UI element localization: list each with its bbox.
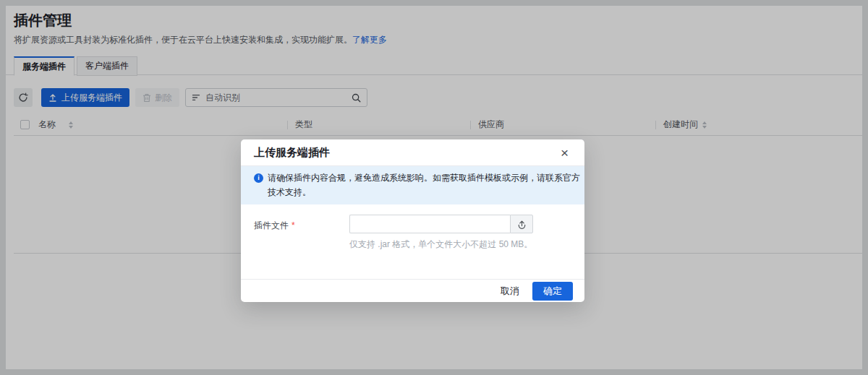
file-input-group: [349, 215, 533, 233]
info-icon: i: [254, 173, 263, 183]
upload-arrow-icon: [516, 219, 527, 230]
info-alert-text: 请确保插件内容合规，避免造成系统影响。如需获取插件模板或示例，请联系官方技术支持…: [268, 171, 584, 199]
confirm-button[interactable]: 确定: [532, 282, 573, 301]
info-alert: i 请确保插件内容合规，避免造成系统影响。如需获取插件模板或示例，请联系官方技术…: [241, 166, 584, 204]
plugin-file-field: 仅支持 .jar 格式，单个文件大小不超过 50 MB。: [349, 215, 571, 279]
upload-file-button[interactable]: [510, 215, 533, 233]
dialog-footer: 取消 确定: [241, 279, 584, 302]
dialog-title: 上传服务端插件: [254, 146, 330, 160]
close-icon[interactable]: ×: [561, 146, 569, 160]
plugin-file-input[interactable]: [349, 215, 510, 233]
cancel-button[interactable]: 取消: [501, 285, 519, 298]
upload-server-plugin-dialog: 上传服务端插件 × i 请确保插件内容合规，避免造成系统影响。如需获取插件模板或…: [241, 139, 584, 302]
plugin-file-label: 插件文件*: [254, 215, 349, 279]
dialog-body: 插件文件* 仅支持 .jar 格式，单个文件大小不超过 50 MB。: [241, 204, 584, 279]
dialog-header: 上传服务端插件 ×: [241, 139, 584, 166]
required-mark: *: [292, 220, 295, 230]
file-helper-text: 仅支持 .jar 格式，单个文件大小不超过 50 MB。: [349, 238, 571, 251]
